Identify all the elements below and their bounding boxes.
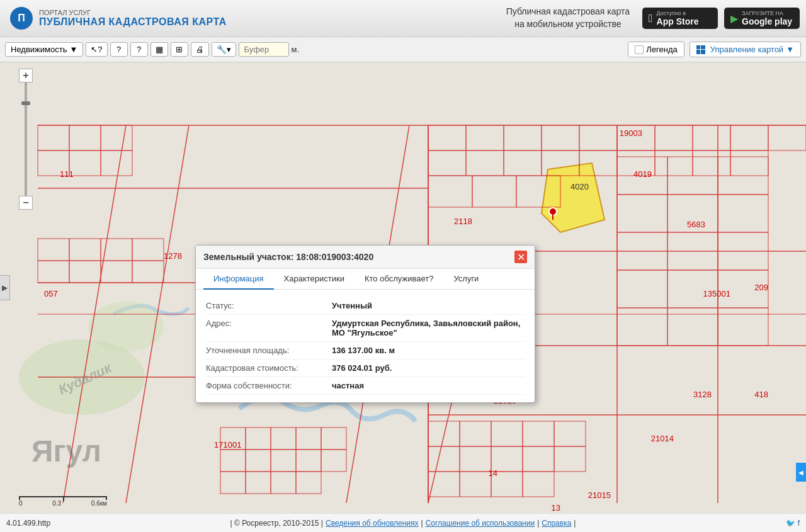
zoom-in-button[interactable]: + [19,69,33,82]
manage-map-grid-icon [696,45,705,54]
manage-map-arrow-icon: ▼ [786,45,794,54]
field-cadastral-value-label: Кадастровая стоимость: [206,363,332,373]
grid-tool-button[interactable]: ▦ [150,42,168,57]
scale-bar-ruler [19,496,107,500]
buffer-unit-label: м. [292,45,300,54]
zoom-controls: + − [19,69,33,210]
scale-bar: 0 0.3 0.6км [19,496,107,507]
google-play-icon: ▶ [730,13,738,25]
map-container[interactable]: 19003 4020 4019 111 5683 057 209 1278 13… [0,62,806,513]
buffer-input[interactable] [239,42,289,57]
field-ownership-label: Форма собственности: [206,381,332,390]
separator1: | [421,519,423,528]
map-number-4019: 4019 [633,169,652,179]
apple-icon:  [649,12,653,25]
field-address-label: Адрес: [206,319,332,337]
info-panel-toggle[interactable]: ◀ [796,463,806,482]
legend-label: Легенда [646,45,677,54]
settings-button[interactable]: 🔧▾ [212,42,236,57]
place-name-large: Ягул [31,434,101,468]
header-logo: П ПОРТАЛ УСЛУГ ПУБЛИЧНАЯ КАДАСТРОВАЯ КАР… [0,7,494,30]
measure-tool-button[interactable]: ? [130,42,148,57]
legend-checkbox-icon [635,45,644,54]
field-ownership-value: частная [332,381,364,390]
copyright-text: | © Росреестр, 2010-2015 | [230,519,323,528]
appstore-text: Доступно в App Store [657,10,699,26]
map-number-4020: 4020 [570,182,589,191]
manage-map-button[interactable]: Управление картой ▼ [690,42,801,57]
facebook-icon[interactable]: f [798,519,800,528]
tab-characteristics[interactable]: Характеристики [274,269,355,290]
appstore-badge[interactable]:  Доступно в App Store [642,8,718,29]
center-line1: Публичная кадастровая карта [506,6,630,18]
tab-services[interactable]: Услуги [443,269,489,290]
separator2: | [537,519,539,528]
scale-label-0: 0 [19,500,23,507]
field-cadastral-value: Кадастровая стоимость: 376 024.01 руб. [206,359,525,377]
map-number-2118: 2118 [454,217,472,226]
cursor-tool-button[interactable]: ↖? [86,42,107,57]
field-address-value: Удмуртская Республика, Завьяловский райо… [332,319,525,337]
legend-button[interactable]: Легенда [628,42,684,57]
appstore-label-main: App Store [657,16,699,26]
googleplay-label-top: ЗАГРУЗИТЕ НА [742,10,792,16]
twitter-icon[interactable]: 🐦 [786,519,795,528]
googleplay-text: ЗАГРУЗИТЕ НА Google play [742,10,792,26]
print-button[interactable]: 🖨 [191,42,209,57]
map-number-171001: 171001 [214,440,241,450]
help-link[interactable]: Справка [542,519,571,528]
popup-close-button[interactable]: ✕ [514,251,527,263]
footer: 4.01.499.http | © Росреестр, 2010-2015 |… [0,513,806,532]
map-number-5683: 5683 [687,220,705,229]
map-number-19003: 19003 [620,128,642,138]
updates-link[interactable]: Сведения об обновлениях [326,519,419,528]
field-area-label: Уточненная площадь: [206,346,332,355]
map-number-057: 057 [44,289,58,298]
map-number-13: 13 [552,503,560,512]
map-number-3128: 3128 [693,390,712,399]
center-line2: на мобильном устройстве [506,18,630,31]
map-number-135001: 135001 [703,289,730,298]
toolbar-right: Легенда Управление картой ▼ [628,42,801,57]
logo-icon: П [10,7,33,30]
field-status: Статус: Учтенный [206,297,525,315]
map-number-1278: 1278 [164,251,182,261]
tab-information[interactable]: Информация [203,269,274,290]
field-address: Адрес: Удмуртская Республика, Завьяловск… [206,315,525,342]
tab-who-serves[interactable]: Кто обслуживает? [355,269,443,290]
portal-label: ПОРТАЛ УСЛУГ [39,9,227,16]
layer-tool-button[interactable]: ⊞ [171,42,188,57]
header: П ПОРТАЛ УСЛУГ ПУБЛИЧНАЯ КАДАСТРОВАЯ КАР… [0,0,806,37]
map-number-14: 14 [489,468,497,478]
zoom-out-button[interactable]: − [19,196,33,210]
site-title: ПУБЛИЧНАЯ КАДАСТРОВАЯ КАРТА [39,16,227,28]
property-type-select[interactable]: Недвижимость ▼ [5,42,83,57]
popup-content: Статус: Учтенный Адрес: Удмуртская Респу… [196,290,535,402]
agreement-link[interactable]: Соглашение об использовании [426,519,535,528]
version-label: 4.01.499.http [6,519,50,528]
header-center: Публичная кадастровая карта на мобильном… [494,6,642,30]
map-number-21014: 21014 [651,434,674,443]
googleplay-badge[interactable]: ▶ ЗАГРУЗИТЕ НА Google play [724,8,800,29]
map-number-209: 209 [754,283,768,292]
info-tool-button[interactable]: ? [110,42,128,57]
scale-label-03: 0.3 [52,500,61,507]
zoom-slider[interactable] [25,82,27,196]
footer-version: 4.01.499.http [6,519,203,528]
field-ownership: Форма собственности: частная [206,377,525,395]
popup-tabs: Информация Характеристики Кто обслуживае… [196,269,535,290]
field-status-label: Статус: [206,301,332,310]
appstore-label-top: Доступно в [657,10,699,16]
toolbar: Недвижимость ▼ ↖? ? ? ▦ ⊞ 🖨 🔧▾ м. Легенд… [0,37,806,62]
popup-header: Земельный участок: 18:08:019003:4020 ✕ [196,246,535,269]
field-cadastral-value-value: 376 024.01 руб. [332,363,392,373]
zoom-slider-handle [21,101,30,105]
field-area-value: 136 137.00 кв. м [332,346,395,355]
field-status-value: Учтенный [332,301,372,310]
field-area: Уточненная площадь: 136 137.00 кв. м [206,342,525,359]
left-panel-arrow[interactable]: ▶ [0,275,10,300]
scale-bar-midpoint [63,497,64,501]
footer-center: | © Росреестр, 2010-2015 | Сведения об о… [206,519,600,528]
manage-map-label: Управление картой [710,45,783,54]
dropdown-arrow-icon: ▼ [69,45,77,54]
